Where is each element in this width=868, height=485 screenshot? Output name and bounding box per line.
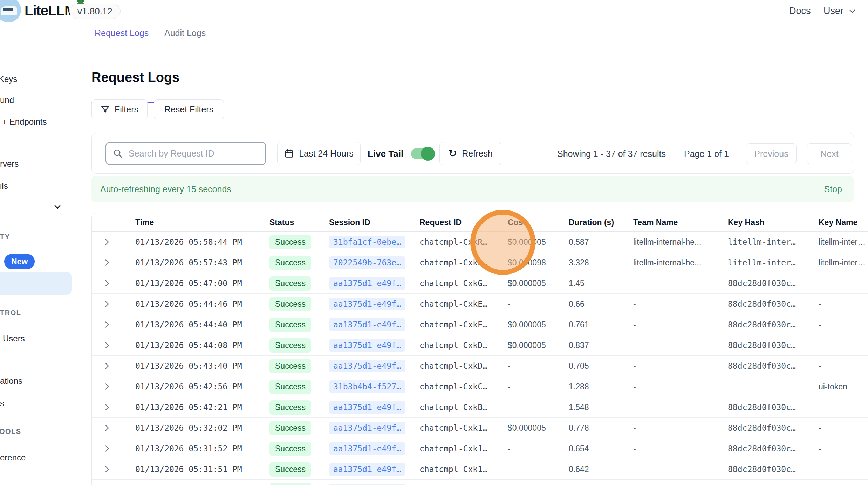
refresh-button[interactable]: ↻ Refresh [439,142,501,165]
table-row[interactable]: 01/13/2026 05:44:46 PM Success aa1375d1-… [92,294,868,314]
docs-link[interactable]: Docs [789,0,811,22]
cell-duration: 1.45 [569,279,633,288]
column-header-key-hash[interactable]: Key Hash [728,218,819,227]
cell-duration: 0.761 [569,320,633,330]
cell-key-hash: 88dc28d0f030c… [728,320,819,329]
chevron-right-icon [102,320,111,329]
cell-key-name: - [819,361,868,371]
filters-button[interactable]: Filters [91,99,148,119]
sidebar-item-endpoints[interactable]: + Endpoints [2,117,47,127]
table-row[interactable]: 01/13/2026 05:44:40 PM Success aa1375d1-… [92,314,868,335]
cell-request-id: chatcmpl-Cxkb… [419,258,508,267]
column-header-cost[interactable]: Cost [508,218,569,227]
cell-duration: 0.587 [569,237,633,247]
sidebar-item-guardrails[interactable]: ils [0,181,8,191]
request-id-search[interactable] [105,142,266,165]
column-header-request-id[interactable]: Request ID [419,218,508,227]
cell-key-hash: 88dc28d0f030c… [728,279,819,288]
stop-auto-refresh-link[interactable]: Stop [824,184,842,194]
cell-status: Success [269,276,329,291]
refresh-button-label: Refresh [462,148,493,159]
table-row[interactable]: 01/13/2026 05:31:38 PM Success aa1375d1-… [92,480,868,485]
column-header-session-id[interactable]: Session ID [329,218,419,227]
table-row[interactable]: 01/13/2026 05:57:43 PM Success 7022549b-… [92,252,868,273]
expand-row-button[interactable] [92,258,135,267]
reset-filters-button[interactable]: Reset Filters [154,99,224,119]
session-id-link[interactable]: aa1375d1-e49f… [329,422,405,434]
cell-cost: - [508,444,569,453]
table-row[interactable]: 01/13/2026 05:43:40 PM Success aa1375d1-… [92,356,868,376]
next-page-button[interactable]: Next [807,143,852,164]
cell-key-name: - [819,279,868,288]
status-badge: Success [269,421,311,435]
tab-audit-logs[interactable]: Audit Logs [164,28,206,38]
sidebar-item-teams[interactable]: s [0,399,4,408]
expand-row-button[interactable] [92,361,135,370]
sidebar-selected-item-logs[interactable] [0,272,72,295]
session-id-link[interactable]: 7022549b-763e… [329,256,405,269]
expand-row-button[interactable] [92,382,135,391]
column-header-team-name[interactable]: Team Name [633,218,728,227]
chevron-right-icon [102,361,111,370]
expand-row-button[interactable] [92,465,135,474]
litellm-admin-app: LiteLLM v1.80.12 Docs User Keys und + En… [0,0,868,485]
table-row[interactable]: 01/13/2026 05:47:00 PM Success aa1375d1-… [92,273,868,294]
sidebar-item-playground[interactable]: und [0,95,14,105]
session-id-link[interactable]: aa1375d1-e49f… [329,360,405,372]
cell-status: Success [269,297,329,311]
session-id-link[interactable]: aa1375d1-e49f… [329,339,405,352]
session-id-link[interactable]: 31b3b4b4-f527… [329,380,405,393]
session-id-link[interactable]: aa1375d1-e49f… [329,298,405,310]
expand-row-button[interactable] [92,341,135,350]
live-tail-toggle[interactable] [411,148,432,159]
sidebar-item-servers[interactable]: rvers [0,159,19,169]
session-id-link[interactable]: aa1375d1-e49f… [329,401,405,414]
table-row[interactable]: 01/13/2026 05:31:51 PM Success aa1375d1-… [92,459,868,480]
table-row[interactable]: 01/13/2026 05:32:02 PM Success aa1375d1-… [92,418,868,438]
table-row[interactable]: 01/13/2026 05:44:08 PM Success aa1375d1-… [92,335,868,356]
time-range-button[interactable]: Last 24 Hours [277,142,361,165]
cell-time: 01/13/2026 05:44:40 PM [135,320,269,329]
expand-row-button[interactable] [92,279,135,288]
column-header-key-name[interactable]: Key Name [819,218,868,227]
cell-team-name: litellm-internal-he... [633,237,728,247]
search-input[interactable] [128,148,255,159]
expand-row-button[interactable] [92,320,135,329]
cell-time: 01/13/2026 05:43:40 PM [135,361,269,370]
expand-row-button[interactable] [92,444,135,453]
previous-page-button[interactable]: Previous [746,143,797,164]
expand-row-button[interactable] [92,423,135,432]
app-title: LiteLLM [25,3,76,19]
cell-key-hash: 88dc28d0f030c… [728,403,819,412]
cell-team-name: - [633,341,728,350]
session-id-link[interactable]: aa1375d1-e49f… [329,463,405,476]
logs-controls-card: Last 24 Hours Live Tail ↻ Refresh Showin… [91,133,854,174]
session-id-link[interactable]: aa1375d1-e49f… [329,318,405,331]
table-row[interactable]: 01/13/2026 05:58:44 PM Success 31bfa1cf-… [92,232,868,252]
session-id-link[interactable]: aa1375d1-e49f… [329,484,405,485]
sidebar-item-keys[interactable]: Keys [0,74,17,84]
sidebar-item-api-reference[interactable]: erence [0,453,26,463]
table-row[interactable]: 01/13/2026 05:42:56 PM Success 31b3b4b4-… [92,376,868,397]
column-header-status[interactable]: Status [269,218,329,227]
table-row[interactable]: 01/13/2026 05:31:52 PM Success aa1375d1-… [92,438,868,459]
session-id-link[interactable]: aa1375d1-e49f… [329,277,405,290]
session-id-link[interactable]: 31bfa1cf-0ebe… [329,236,405,248]
session-id-link[interactable]: aa1375d1-e49f… [329,442,405,455]
table-row[interactable]: 01/13/2026 05:42:21 PM Success aa1375d1-… [92,397,868,418]
sidebar-collapse-chevron-icon[interactable] [53,202,62,212]
cell-cost: $0.000005 [508,341,569,350]
column-header-duration[interactable]: Duration (s) [569,218,633,227]
chevron-right-icon [102,299,111,309]
expand-row-button[interactable] [92,299,135,309]
cell-team-name: - [633,423,728,433]
expand-row-button[interactable] [92,237,135,247]
cell-session-id: aa1375d1-e49f… [329,422,419,434]
cell-key-name: litellm-inter… [819,237,868,247]
user-menu[interactable]: User [823,0,857,22]
tab-request-logs[interactable]: Request Logs [95,28,149,38]
sidebar-item-users[interactable]: Users [3,334,25,344]
column-header-time[interactable]: Time [135,218,269,227]
sidebar-item-organizations[interactable]: ations [0,376,22,386]
expand-row-button[interactable] [92,403,135,412]
